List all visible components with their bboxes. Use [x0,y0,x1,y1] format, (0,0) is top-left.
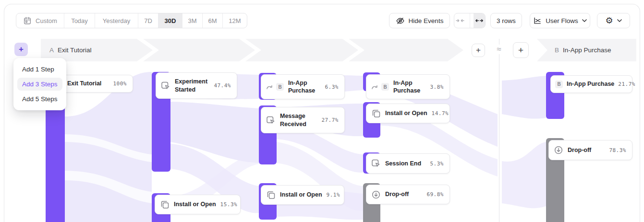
node-value: 78.3% [609,147,626,153]
node-title: Drop-off [385,190,409,198]
plus-icon: + [476,46,481,55]
node-value: 69.8% [426,191,444,198]
date-range-label: 12M [229,17,241,24]
date-range-label: 30D [165,17,176,24]
node-value: 27.7% [321,117,339,123]
add-step-button[interactable]: + [14,43,28,56]
collapse-arrows-icon [456,18,464,23]
flow-node-message-received[interactable]: Message Received 27.7% [261,107,345,133]
view-selector-label: User Flows [546,17,578,24]
node-value: 15.3% [220,201,238,208]
expand-arrows-icon [475,18,484,23]
view-selector-button[interactable]: User Flows [530,13,590,28]
step-b-badge: B [555,81,563,88]
hide-events-label: Hide Events [409,17,444,24]
expand-columns-button[interactable] [474,13,485,28]
flow-node-install-or-open-3[interactable]: Install or Open 9.1% [261,185,344,205]
chevron-down-icon [582,19,587,22]
date-range-30d[interactable]: 30D [158,13,182,28]
menu-item-add-5-steps[interactable]: Add 5 Steps [17,93,62,105]
node-title: Install or Open [280,191,322,199]
user-flows-screen: Custom Today Yesterday 7D 30D 3M 6M 12M … [0,0,644,222]
gear-icon: ⚙ [605,16,613,25]
date-range-label: Custom [36,17,57,24]
node-title: In-App Purchase [288,79,321,95]
cursor-click-icon [371,159,381,168]
install-or-open-icon [371,109,381,118]
date-range-label: 7D [144,17,152,24]
rows-label: 3 rows [497,17,516,24]
add-steps-menu: Add 1 Step Add 3 Steps Add 5 Steps [13,58,66,110]
user-flows-icon [533,16,542,25]
node-title: Message Received [280,112,317,128]
date-range-label: Today [71,17,88,24]
node-value: 3.8% [430,84,444,90]
rows-button[interactable]: 3 rows [490,13,522,28]
node-value: 9.1% [327,192,340,198]
menu-item-add-1-step[interactable]: Add 1 Step [17,63,62,76]
step-b-badge: B [276,83,284,91]
node-title: Drop-off [568,146,591,154]
date-range-12m[interactable]: 12M [223,13,247,28]
chevron-down-icon [617,19,622,22]
date-range-custom[interactable]: Custom [16,13,64,28]
repeat-arrow-icon [371,84,378,90]
append-step-a-button[interactable]: + [472,44,485,57]
menu-item-add-3-steps[interactable]: Add 3 Steps [17,78,62,91]
drop-off-icon [554,145,563,155]
flow-node-experiment-started[interactable]: Experiment Started 47.4% [156,72,237,99]
approx-separator: ≈ [493,45,505,54]
flow-node-drop-off-b[interactable]: Drop-off 78.3% [548,140,632,160]
calendar-icon [23,16,32,25]
node-title: Install or Open [385,109,427,117]
node-title: Install or Open [174,200,216,208]
repeat-arrow-icon [266,84,273,90]
date-range-7d[interactable]: 7D [138,13,158,28]
eye-off-icon [396,16,405,25]
node-value: 100% [113,81,127,87]
flow-node-in-app-purchase-3[interactable]: B In-App Purchase 6.3% [261,74,345,99]
node-value: 47.4% [214,82,231,89]
flow-node-install-or-open-2[interactable]: Install or Open 15.3% [155,195,241,214]
date-range-3m[interactable]: 3M [182,13,203,28]
cursor-click-icon [266,116,276,125]
date-range-today[interactable]: Today [64,13,95,28]
plus-icon: + [518,45,523,56]
plus-icon: + [19,45,24,54]
install-or-open-icon [160,200,170,210]
node-value: 6.3% [325,84,339,90]
prepend-step-b-button[interactable]: + [513,42,529,58]
step-b-badge: B [381,83,389,91]
node-title: Experiment Started [175,78,209,93]
settings-button[interactable]: ⚙ [597,13,630,28]
date-range-6m[interactable]: 6M [203,13,223,28]
install-or-open-icon [266,190,276,200]
node-value: 14.7% [432,110,449,117]
cursor-click-icon [161,81,170,91]
date-range-label: Yesterday [103,17,130,24]
hide-events-button[interactable]: Hide Events [389,13,450,28]
date-range-label: 6M [208,17,217,24]
segment-divider [470,13,470,28]
drop-off-icon [371,190,381,199]
node-value: 5.3% [430,161,444,167]
date-range-control: Custom Today Yesterday 7D 30D 3M 6M 12M [16,13,247,28]
date-range-yesterday[interactable]: Yesterday [95,13,138,28]
collapse-columns-button[interactable] [454,13,466,28]
flow-node-in-app-purchase-b[interactable]: B In-App Purchase 21.7% [550,75,632,93]
node-value: 21.7% [618,81,635,87]
node-title: In-App Purchase [567,80,614,88]
flow-node-drop-off-a[interactable]: Drop-off 69.8% [366,185,450,204]
node-title: In-App Purchase [393,79,426,95]
flow-node-session-end[interactable]: Session End 5.3% [366,153,450,174]
date-range-label: 3M [188,17,196,24]
collapse-expand-control [454,13,486,28]
node-title: Session End [385,160,421,167]
flow-node-install-or-open-4[interactable]: Install or Open 14.7% [366,104,450,123]
node-title: Exit Tutorial [67,80,101,87]
flow-node-in-app-purchase-4[interactable]: B In-App Purchase 3.8% [366,74,450,99]
